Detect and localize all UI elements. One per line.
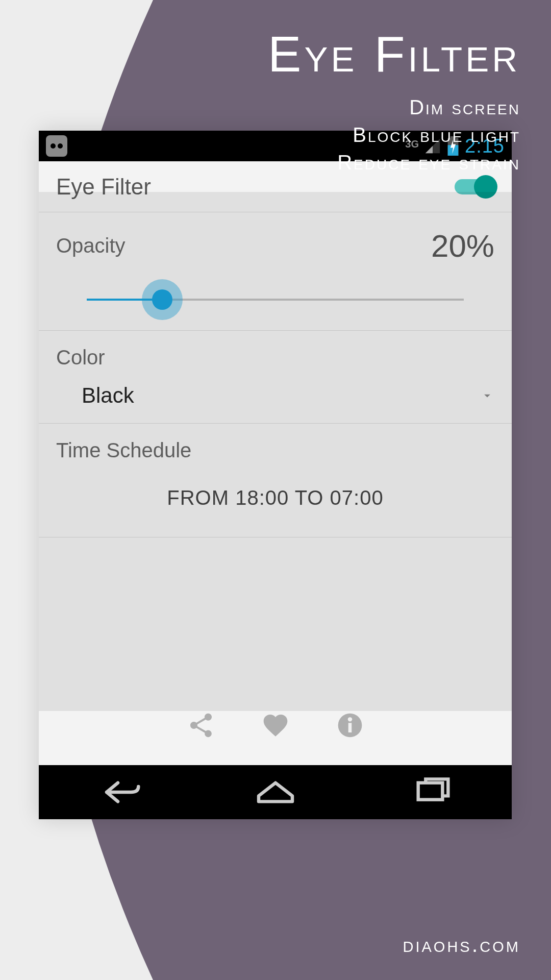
bottom-action-row [39, 691, 512, 765]
opacity-label: Opacity [56, 234, 126, 257]
home-icon[interactable] [247, 777, 304, 807]
schedule-value[interactable]: FROM 18:00 TO 07:00 [56, 462, 494, 522]
promo-line-1: Dim screen [268, 93, 520, 121]
chevron-down-icon [480, 388, 494, 403]
svg-point-5 [347, 717, 352, 721]
schedule-label: Time Schedule [56, 439, 494, 462]
app-title: Eye Filter [56, 174, 455, 200]
color-section: Color Black [39, 331, 512, 424]
promo-line-2: Block blue light [268, 121, 520, 149]
color-selected: Black [82, 383, 480, 408]
color-dropdown[interactable]: Black [82, 383, 494, 408]
app-body: Eye Filter Opacity 20% Color Black Ti [39, 161, 512, 765]
recent-apps-icon[interactable] [405, 777, 461, 807]
heart-icon[interactable] [261, 711, 290, 740]
svg-rect-6 [418, 783, 442, 800]
footer-brand: diaohs.com [403, 933, 520, 957]
promo-title: Eye Filter [268, 26, 520, 83]
schedule-section: Time Schedule FROM 18:00 TO 07:00 [39, 424, 512, 537]
opacity-slider[interactable] [87, 289, 464, 310]
color-label: Color [56, 346, 494, 369]
navigation-bar [39, 765, 512, 819]
promo-line-3: Reduce eye strain [268, 149, 520, 176]
info-icon[interactable] [336, 711, 364, 740]
opacity-section: Opacity 20% [39, 212, 512, 331]
promo-block: Eye Filter Dim screen Block blue light R… [268, 26, 520, 176]
enable-toggle[interactable] [455, 179, 494, 194]
app-notification-icon [46, 135, 67, 157]
opacity-value: 20% [431, 228, 494, 264]
share-icon[interactable] [187, 711, 215, 740]
back-icon[interactable] [90, 777, 146, 807]
device-screenshot: 3G 2:15 Eye Filter Opacity 20% [39, 131, 512, 819]
svg-rect-4 [348, 723, 352, 732]
